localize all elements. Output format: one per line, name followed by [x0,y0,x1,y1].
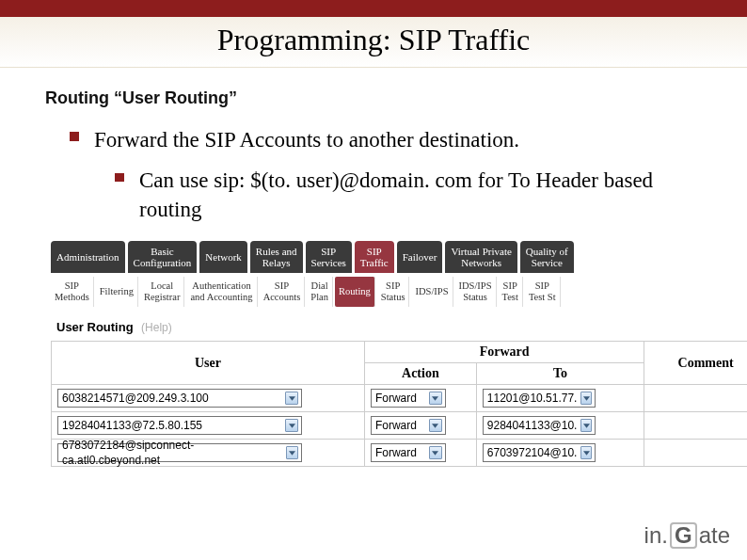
chevron-down-icon [285,419,298,432]
sub-tab-local-registrar[interactable]: Local Registrar [140,277,185,307]
user-select[interactable]: 6783072184@sipconnect-ca.atl0.cbeyond.ne… [57,443,302,462]
sub-tab-sip-test-st[interactable]: SIP Test St [525,277,561,307]
sub-tab-ids/ips[interactable]: IDS/IPS [411,277,453,307]
select-value: 6038214571@209.249.3.100 [62,391,209,406]
bullet-list: Forward the SIP Accounts to another dest… [45,125,709,224]
secondary-nav: SIP MethodsFilteringLocal RegistrarAuthe… [51,277,747,307]
sub-bullet-item: Can use sip: $(to. user)@domain. com for… [115,166,709,224]
to-select[interactable]: 9284041133@10. [483,416,596,435]
nav-tab-basic-configuration[interactable]: Basic Configuration [128,241,198,273]
nav-tab-rules-and-relays[interactable]: Rules and Relays [250,241,303,273]
chevron-down-icon [286,446,298,459]
action-select[interactable]: Forward [371,443,446,462]
select-value: Forward [375,445,417,460]
col-action: Action [364,363,476,385]
logo-letter: G [670,522,697,549]
sub-tab-routing[interactable]: Routing [335,277,375,307]
sub-bullet-text: Can use sip: $(to. user)@domain. com for… [139,166,709,224]
logo-prefix: in. [644,522,668,549]
page-title: Programming: SIP Traffic [0,23,747,57]
table-row: 6038214571@209.249.3.100Forward11201@10.… [52,385,748,412]
comment-cell [644,412,747,440]
select-value: 6783072184@sipconnect-ca.atl0.cbeyond.ne… [62,438,282,468]
nav-tab-failover[interactable]: Failover [397,241,443,273]
action-select[interactable]: Forward [371,416,446,435]
header-bar [0,0,747,17]
sub-tab-authentication-and-accounting[interactable]: Authentication and Accounting [186,277,257,307]
chevron-down-icon [580,419,591,432]
select-value: 11201@10.51.77. [487,391,578,406]
sub-tab-sip-methods[interactable]: SIP Methods [51,277,94,307]
sub-tab-ids/ips-status[interactable]: IDS/IPS Status [455,277,497,307]
chevron-down-icon [580,392,591,405]
comment-cell [644,385,747,412]
sub-tab-sip-test[interactable]: SIP Test [499,277,523,307]
title-area: Programming: SIP Traffic [0,17,747,68]
nav-tab-sip-services[interactable]: SIP Services [306,241,352,273]
primary-nav: AdministrationBasic ConfigurationNetwork… [51,241,747,273]
col-comment: Comment [644,342,747,385]
user-routing-table: User Forward Comment Action To 603821457… [51,341,747,467]
col-user: User [52,342,365,385]
select-value: 9284041133@10. [487,418,578,433]
to-select[interactable]: 6703972104@10. [483,443,596,462]
action-select[interactable]: Forward [371,389,446,408]
nav-tab-quality-of-service[interactable]: Quality of Service [520,241,574,273]
nav-tab-sip-traffic[interactable]: SIP Traffic [355,241,394,273]
sub-bullet-list: Can use sip: $(to. user)@domain. com for… [70,166,709,224]
sub-tab-sip-accounts[interactable]: SIP Accounts [260,277,306,307]
ingate-logo: in. G ate [644,522,730,549]
chevron-down-icon [580,446,591,459]
section-header: User Routing (Help) [51,314,747,341]
section-heading: User Routing [56,320,134,334]
table-row: 6783072184@sipconnect-ca.atl0.cbeyond.ne… [52,440,748,467]
chevron-down-icon [429,446,442,459]
sub-tab-dial-plan[interactable]: Dial Plan [307,277,333,307]
select-value: Forward [375,418,417,433]
sub-tab-filtering[interactable]: Filtering [96,277,138,307]
comment-cell [644,440,747,467]
bullet-text: Forward the SIP Accounts to another dest… [94,125,519,154]
help-link[interactable]: (Help) [141,321,172,334]
chevron-down-icon [429,392,442,405]
content: Routing “User Routing” Forward the SIP A… [0,68,747,467]
user-select[interactable]: 6038214571@209.249.3.100 [57,389,302,408]
nav-tab-virtual-private-networks[interactable]: Virtual Private Networks [445,241,517,273]
nav-tab-administration[interactable]: Administration [51,241,125,273]
to-select[interactable]: 11201@10.51.77. [483,389,596,408]
col-to: To [476,363,644,385]
logo-suffix: ate [699,522,730,549]
sub-tab-sip-status[interactable]: SIP Status [377,277,410,307]
col-forward: Forward [364,342,644,363]
bullet-square-icon [115,173,124,182]
select-value: Forward [375,391,417,406]
bullet-square-icon [70,132,79,141]
user-select[interactable]: 19284041133@72.5.80.155 [57,416,302,435]
chevron-down-icon [429,419,442,432]
table-row: 19284041133@72.5.80.155Forward9284041133… [52,412,748,440]
bullet-item: Forward the SIP Accounts to another dest… [70,125,709,154]
select-value: 19284041133@72.5.80.155 [62,418,202,433]
chevron-down-icon [285,392,298,405]
section-subtitle: Routing “User Routing” [45,88,709,108]
ui-screenshot: AdministrationBasic ConfigurationNetwork… [45,241,747,467]
nav-tab-network[interactable]: Network [199,241,247,273]
select-value: 6703972104@10. [487,445,578,460]
